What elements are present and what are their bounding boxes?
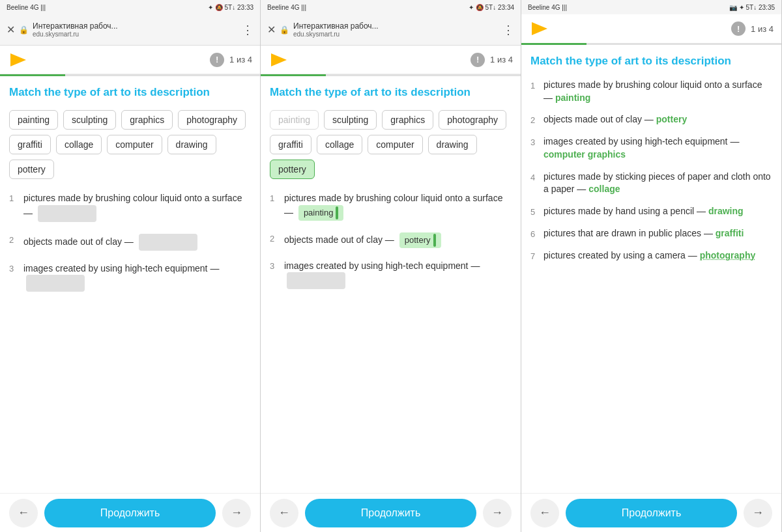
url-domain-2: edu.skysmart.ru	[293, 31, 499, 38]
bottom-nav-3: ← Продолжить →	[521, 493, 781, 532]
alert-icon-3: !	[731, 21, 746, 36]
answer-correct-3-4: collage	[588, 184, 620, 194]
browser-bar-1: ✕ 🔒 Интерактивная рабоч... edu.skysmart.…	[0, 14, 260, 46]
status-carrier-1: Beeline 4G |||	[7, 4, 46, 11]
answer-blank-1-1[interactable]	[38, 205, 96, 222]
answer-correct-3-1: painting	[555, 92, 590, 103]
url-title-2: Интерактивная рабоч...	[293, 21, 499, 31]
alert-icon-2: !	[471, 53, 485, 67]
chip-graphics-1[interactable]: graphics	[121, 110, 173, 130]
status-bar-3: Beeline 4G ||| 📷 ✦ 5T↓ 23:35	[521, 0, 781, 14]
chip-pottery-2[interactable]: pottery	[270, 160, 315, 179]
back-btn-1[interactable]: ←	[9, 499, 38, 527]
chip-computer-2[interactable]: computer	[368, 135, 422, 154]
next-btn-2[interactable]: →	[483, 499, 512, 527]
chip-graffiti-2[interactable]: graffiti	[270, 135, 311, 154]
status-bar-1: Beeline 4G ||| ✦ 🔕 5T↓ 23:33	[0, 0, 260, 14]
progress-label-1: 1 из 4	[229, 55, 252, 64]
header-right-3: ! 1 из 4	[731, 21, 774, 36]
answer-correct-3-3b: graphics	[588, 149, 626, 160]
svg-marker-0	[10, 53, 26, 66]
header-right-2: ! 1 из 4	[471, 53, 513, 67]
app-logo-2	[268, 51, 289, 69]
a-item-3-7: 7 pictures created by using a camera — p…	[530, 249, 772, 262]
chip-collage-1[interactable]: collage	[56, 135, 102, 154]
panel-content-3: Match the type of art to its description…	[521, 45, 781, 493]
chip-photography-1[interactable]: photography	[178, 110, 246, 130]
chip-pottery-1[interactable]: pottery	[9, 160, 54, 179]
q-item-2-3: 3 images created by using high-tech equi…	[270, 260, 512, 290]
url-info-1: Интерактивная рабоч... edu.skysmart.ru	[33, 21, 238, 38]
lock-icon-1: 🔒	[19, 25, 29, 35]
phone-panel-3: Beeline 4G ||| 📷 ✦ 5T↓ 23:35 ! 1 из 4 Ma…	[521, 0, 782, 532]
a-item-3-1: 1 pictures made by brushing colour liqui…	[530, 79, 772, 104]
progress-label-3: 1 из 4	[751, 24, 774, 34]
continue-btn-3[interactable]: Продолжить	[566, 499, 737, 527]
progress-label-2: 1 из 4	[490, 55, 513, 64]
questions-list-2: 1 pictures made by brushing colour liqui…	[270, 192, 512, 289]
word-bank-1: painting sculpting graphics photography …	[9, 110, 251, 179]
question-title-3: Match the type of art to its description	[530, 54, 772, 68]
svg-marker-2	[532, 22, 547, 35]
answer-blank-2-3[interactable]	[287, 272, 345, 289]
chip-sculpting-2[interactable]: sculpting	[324, 110, 377, 130]
status-time-2: ✦ 🔕 5T↓ 23:34	[469, 4, 514, 11]
chip-collage-2[interactable]: collage	[317, 135, 362, 154]
a-item-3-3: 3 images created by using high-tech equi…	[530, 135, 772, 161]
q-item-1-1: 1 pictures made by brushing colour liqui…	[9, 192, 251, 222]
answer-blank-1-3[interactable]	[26, 275, 85, 292]
panel-content-2: Match the type of art to its description…	[261, 76, 521, 493]
question-title-1: Match the type of art to its description	[9, 85, 251, 100]
answer-filled-2-2[interactable]: pottery	[399, 232, 441, 248]
chip-painting-2[interactable]: painting	[270, 110, 319, 130]
next-btn-1[interactable]: →	[222, 499, 251, 527]
continue-btn-2[interactable]: Продолжить	[305, 499, 476, 527]
back-btn-2[interactable]: ←	[270, 499, 298, 527]
app-logo-3	[529, 20, 550, 38]
chip-graphics-2[interactable]: graphics	[382, 110, 433, 130]
browser-bar-2: ✕ 🔒 Интерактивная рабоч... edu.skysmart.…	[261, 14, 521, 46]
questions-list-1: 1 pictures made by brushing colour liqui…	[9, 192, 251, 292]
question-title-2: Match the type of art to its description	[270, 85, 512, 100]
a-item-3-4: 4 pictures made by sticking pieces of pa…	[530, 171, 772, 196]
chip-drawing-2[interactable]: drawing	[428, 135, 477, 154]
url-title-1: Интерактивная рабоч...	[33, 21, 238, 31]
lock-icon-2: 🔒	[280, 25, 289, 35]
status-time-1: ✦ 🔕 5T↓ 23:33	[208, 4, 253, 11]
answer-filled-2-1[interactable]: painting	[298, 205, 344, 221]
word-bank-2: painting sculpting graphics photography …	[270, 110, 512, 179]
close-tab-2[interactable]: ✕	[267, 23, 276, 36]
app-header-1: ! 1 из 4	[0, 46, 260, 74]
close-tab-1[interactable]: ✕	[7, 23, 15, 36]
menu-dots-2[interactable]: ⋮	[502, 23, 514, 37]
q-item-1-3: 3 images created by using high-tech equi…	[9, 262, 251, 292]
answer-correct-3-2: pottery	[656, 114, 687, 124]
chip-graffiti-1[interactable]: graffiti	[9, 135, 51, 154]
phone-panel-2: Beeline 4G ||| ✦ 🔕 5T↓ 23:34 ✕ 🔒 Интерак…	[261, 0, 521, 532]
url-info-2: Интерактивная рабоч... edu.skysmart.ru	[293, 21, 499, 38]
q-item-1-2: 2 objects made out of clay —	[9, 234, 251, 251]
chip-painting-1[interactable]: painting	[9, 110, 58, 130]
chip-sculpting-1[interactable]: sculpting	[63, 110, 116, 130]
chip-drawing-1[interactable]: drawing	[167, 135, 216, 154]
a-item-3-6: 6 pictures that are drawn in public plac…	[530, 227, 772, 240]
svg-marker-1	[271, 53, 287, 66]
chip-photography-2[interactable]: photography	[439, 110, 506, 130]
status-carrier-3: Beeline 4G |||	[528, 4, 567, 11]
app-header-3: ! 1 из 4	[521, 14, 781, 43]
a-item-3-5: 5 pictures made by hand using a pencil —…	[530, 205, 772, 218]
continue-btn-1[interactable]: Продолжить	[44, 499, 216, 527]
status-bar-2: Beeline 4G ||| ✦ 🔕 5T↓ 23:34	[261, 0, 521, 14]
menu-dots-1[interactable]: ⋮	[242, 23, 253, 37]
bottom-nav-2: ← Продолжить →	[261, 493, 521, 532]
status-carrier-2: Beeline 4G |||	[267, 4, 306, 11]
bottom-nav-1: ← Продолжить →	[0, 493, 260, 532]
q-item-2-2: 2 objects made out of clay — pottery	[270, 232, 512, 248]
next-btn-3[interactable]: →	[744, 499, 772, 527]
chip-computer-1[interactable]: computer	[107, 135, 162, 154]
back-btn-3[interactable]: ←	[530, 499, 559, 527]
q-item-2-1: 1 pictures made by brushing colour liqui…	[270, 192, 512, 221]
answer-blank-1-2[interactable]	[139, 234, 197, 251]
status-time-3: 📷 ✦ 5T↓ 23:35	[729, 4, 775, 11]
alert-icon-1: !	[210, 53, 224, 67]
